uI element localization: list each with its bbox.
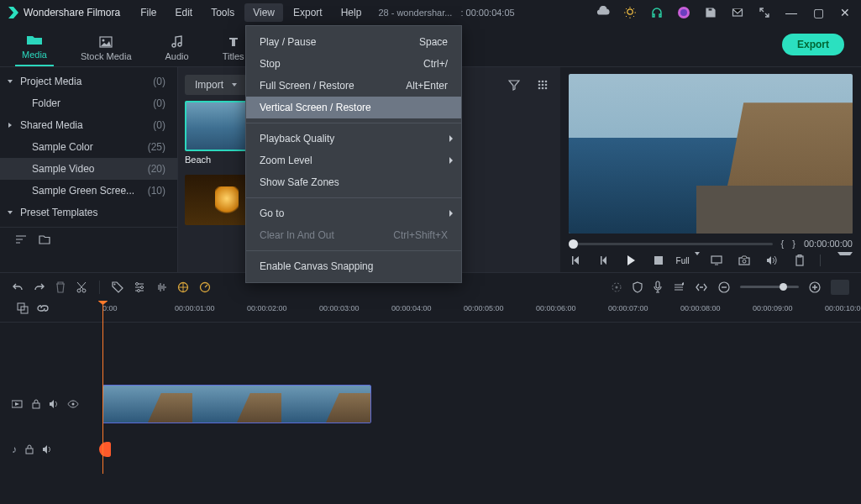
preview-viewport[interactable] [569, 74, 853, 234]
save-icon[interactable] [701, 3, 720, 22]
menu-item-fullscreen[interactable]: Full Screen / RestoreAlt+Enter [246, 75, 461, 97]
svg-rect-31 [656, 281, 659, 288]
snapshot-icon[interactable] [738, 252, 752, 269]
svg-point-14 [545, 87, 548, 90]
svg-rect-17 [739, 258, 749, 265]
tag-icon[interactable] [112, 281, 123, 293]
menu-item-play-pause[interactable]: Play / PauseSpace [246, 31, 461, 53]
play-icon[interactable] [624, 252, 638, 269]
zoom-slider[interactable] [740, 286, 799, 288]
adjust-icon[interactable] [134, 281, 145, 293]
menu-item-vertical-screen[interactable]: Vertical Screen / Restore [246, 97, 461, 118]
step-back-icon[interactable] [596, 252, 611, 269]
headphones-icon[interactable] [648, 3, 666, 22]
volume-icon[interactable] [765, 252, 780, 269]
mute-icon[interactable] [42, 445, 52, 454]
grid-view-icon[interactable] [532, 74, 554, 96]
undo-icon[interactable] [12, 281, 24, 293]
eye-icon[interactable] [67, 400, 79, 408]
menu-edit[interactable]: Edit [167, 3, 202, 22]
link-icon[interactable] [37, 302, 49, 314]
overlay-icon[interactable] [17, 302, 29, 314]
cut-icon[interactable] [76, 281, 87, 293]
playhead[interactable] [102, 301, 103, 474]
target-icon[interactable] [611, 281, 622, 293]
avatar-icon[interactable] [675, 3, 693, 22]
color-icon[interactable] [177, 281, 189, 293]
zoom-out-icon[interactable] [718, 281, 730, 293]
cloud-icon[interactable] [594, 3, 612, 22]
sidebar-item-project-media[interactable]: Project Media(0) [0, 71, 177, 92]
mark-in-icon[interactable]: { [781, 239, 785, 249]
menu-item-zoom-level[interactable]: Zoom Level [246, 150, 461, 171]
monitor-icon[interactable] [710, 252, 724, 269]
menu-file[interactable]: File [132, 3, 165, 22]
fit-icon[interactable] [695, 282, 708, 292]
menu-item-canvas-snapping[interactable]: Enable Canvas Snapping [246, 255, 461, 277]
sort-icon[interactable] [15, 234, 27, 244]
close-button[interactable]: ✕ [836, 3, 854, 22]
menu-item-safe-zones[interactable]: Show Safe Zones [246, 171, 461, 193]
maximize-button[interactable]: ▢ [809, 3, 827, 22]
lock-icon[interactable] [32, 399, 40, 409]
speed-icon[interactable] [199, 281, 211, 293]
stop-icon[interactable] [652, 252, 666, 269]
menu-export[interactable]: Export [285, 3, 331, 22]
sidebar-item-preset-templates[interactable]: Preset Templates [0, 202, 177, 223]
clipboard-icon[interactable] [792, 252, 806, 269]
menu-tools[interactable]: Tools [202, 3, 243, 22]
tab-media[interactable]: Media [15, 28, 54, 66]
menu-item-goto[interactable]: Go to [246, 202, 461, 224]
menu-view[interactable]: View [244, 3, 283, 22]
minimize-button[interactable]: — [782, 3, 801, 22]
sidebar-item-sample-color[interactable]: Sample Color(25) [0, 136, 177, 158]
timeline: 0:0000:00:01:0000:00:02:0000:00:03:0000:… [0, 301, 861, 474]
timeline-clip-beach[interactable]: ▶Beach [102, 385, 371, 423]
tab-audio[interactable]: Audio [159, 29, 196, 66]
menu-item-clear-in-out: Clear In And OutCtrl+Shift+X [246, 224, 461, 246]
timeline-ruler[interactable]: 0:0000:00:01:0000:00:02:0000:00:03:0000:… [0, 301, 861, 323]
menu-separator [246, 250, 461, 251]
filter-icon[interactable] [503, 74, 525, 96]
prev-frame-icon[interactable] [569, 252, 583, 269]
mark-out-icon[interactable]: } [792, 239, 795, 249]
music-icon[interactable] [673, 281, 685, 293]
menu-help[interactable]: Help [333, 3, 370, 22]
svg-point-22 [82, 289, 86, 292]
new-folder-icon[interactable] [39, 234, 50, 244]
svg-point-10 [542, 84, 544, 87]
shield-icon[interactable] [633, 281, 643, 293]
audio-clip[interactable] [99, 442, 111, 457]
sidebar-item-sample-green[interactable]: Sample Green Scree...(10) [0, 180, 177, 202]
menu-item-stop[interactable]: StopCtrl+/ [246, 53, 461, 75]
svg-point-18 [743, 260, 746, 263]
delete-icon[interactable] [55, 281, 66, 293]
expand-icon[interactable] [755, 3, 774, 22]
tab-stock-media[interactable]: Stock Media [74, 29, 139, 66]
lock-icon[interactable] [25, 444, 34, 454]
preview-panel: { } 00:00:00:00 Full [560, 67, 861, 272]
svg-point-5 [102, 39, 105, 42]
zoom-in-icon[interactable] [809, 281, 821, 293]
waveform-icon[interactable] [155, 281, 167, 293]
titles-icon [226, 34, 241, 50]
media-sidebar: Project Media(0) Folder(0) Shared Media(… [0, 67, 178, 272]
project-name: 28 - wondershar... [378, 8, 452, 18]
sidebar-item-shared-media[interactable]: Shared Media(0) [0, 114, 177, 136]
divider [820, 255, 821, 266]
menu-item-playback-quality[interactable]: Playback Quality [246, 128, 461, 150]
sidebar-item-folder[interactable]: Folder(0) [0, 92, 177, 114]
preview-seek-bar[interactable] [569, 243, 773, 245]
audio-track[interactable]: ♪ [0, 440, 861, 459]
render-preview-icon[interactable] [831, 280, 849, 295]
preview-mode-select[interactable]: Full [680, 252, 696, 269]
import-button[interactable]: Import [185, 75, 247, 95]
redo-icon[interactable] [34, 281, 45, 293]
export-button[interactable]: Export [782, 34, 844, 55]
lightbulb-icon[interactable] [621, 3, 639, 22]
mic-icon[interactable] [653, 281, 663, 294]
chevron-down-icon[interactable] [837, 252, 853, 269]
mail-icon[interactable] [728, 3, 747, 22]
sidebar-item-sample-video[interactable]: Sample Video(20) [0, 158, 177, 180]
mute-icon[interactable] [49, 400, 59, 408]
